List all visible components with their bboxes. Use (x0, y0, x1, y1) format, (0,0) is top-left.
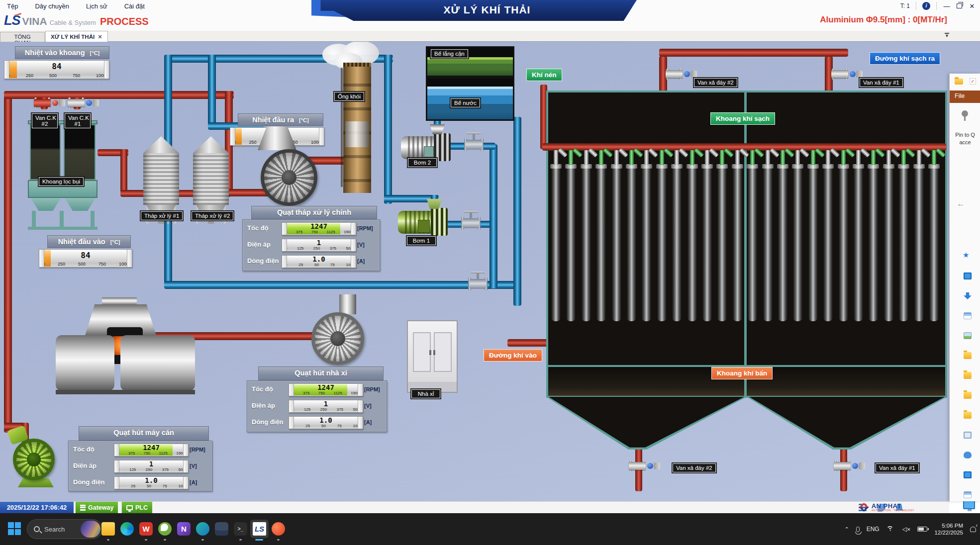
panel-header-nhiet-vao-khoang: Nhiệt vào khoang[°C] (15, 46, 109, 59)
tab-xu-ly-khi-thai[interactable]: XỬ LÝ KHÍ THẢI✕ (45, 31, 108, 42)
volume-muted-icon[interactable]: ◁✕ (902, 526, 911, 533)
down-icon[interactable] (964, 292, 972, 299)
menu-tep[interactable]: Tệp (7, 2, 18, 13)
gauge-tick: 375 (337, 407, 343, 412)
tab-bar: TỔNG QUAN XỬ LÝ KHÍ THẢI✕ (0, 31, 980, 42)
ls-scada-taskbar-icon[interactable]: LS (253, 522, 266, 536)
dust-chamber-bay-right (64, 124, 96, 180)
explorer-file-menu[interactable]: File (950, 91, 980, 103)
row-gauge: 10125250375500 (289, 400, 363, 413)
gauge-value: 1 (289, 400, 363, 408)
menu-lich-su[interactable]: Lịch sử (86, 2, 107, 13)
gauge-tick: 250 (249, 140, 256, 145)
restore-button[interactable] (957, 3, 962, 8)
recorder-taskbar-icon[interactable] (272, 522, 285, 536)
start-button[interactable] (8, 522, 21, 535)
filter-tube (657, 167, 667, 321)
slag-house-fan-hub (330, 331, 345, 346)
battery-icon[interactable] (917, 527, 927, 532)
menu-cai-dat[interactable]: Cài đặt (124, 2, 145, 13)
copilot-n-taskbar-icon[interactable]: N (177, 522, 191, 536)
row-label: Điện áp (73, 462, 97, 469)
blue-pipe-right-v2 (513, 117, 521, 306)
teams-taskbar-icon[interactable] (196, 522, 209, 536)
tab-close-icon[interactable]: ✕ (98, 34, 102, 40)
plc-status[interactable]: PLC (121, 502, 152, 514)
camera-taskbar-icon[interactable] (158, 522, 172, 536)
folder-icon[interactable] (964, 392, 972, 399)
running-indicator (201, 539, 204, 541)
word-taskbar-icon[interactable]: W (139, 522, 153, 536)
notification-bell-icon[interactable] (970, 527, 976, 532)
screen: Tệp Dây chuyền Lịch sử Cài đặt XỬ LÝ KHÍ… (0, 0, 980, 545)
filter-tube (839, 167, 848, 321)
folder-icon[interactable] (964, 372, 972, 379)
tray-chevron-icon[interactable]: ⌃ (844, 526, 849, 533)
fan-panel-row: Dòng điện1.00255075100[A] (243, 253, 380, 270)
tab-list-dropdown-icon[interactable]: ▼ (945, 33, 949, 38)
cloud-icon[interactable] (964, 452, 972, 458)
tab-tong-quan[interactable]: TỔNG QUAN (0, 32, 45, 42)
file-explorer-sliver[interactable]: ✓ File Pin to Qacce ← ★ (949, 74, 980, 501)
row-unit: [RPM] (190, 447, 209, 453)
row-label: Điện áp (247, 241, 271, 248)
dust-chamber-leg (32, 211, 36, 228)
gauge-tick: 25 (305, 424, 310, 428)
menu-day-chuyen[interactable]: Dây chuyền (35, 2, 69, 13)
label-thap-xu-ly-2: Tháp xử lý #2 (192, 211, 233, 220)
desktop-icon[interactable] (964, 471, 972, 478)
folder-icon[interactable] (964, 352, 972, 359)
blue-pipe-mid-vertical (208, 55, 216, 129)
filter-tube (566, 167, 576, 321)
pic-icon[interactable] (964, 332, 972, 339)
close-button[interactable]: ✕ (968, 2, 976, 10)
pc-icon[interactable] (964, 432, 972, 439)
row-unit: [A] (357, 258, 377, 264)
back-arrow-icon[interactable]: ← (957, 199, 965, 209)
gauge-tick: 375 (303, 391, 309, 395)
gauge-tick: 1125 (327, 230, 335, 234)
info-icon[interactable]: i (922, 2, 930, 10)
row-gauge: 1.00255075100 (282, 255, 356, 268)
red-pipe-chamber-down (120, 149, 127, 195)
gauge-tick: 500 (353, 407, 360, 412)
folder-icon[interactable] (964, 412, 972, 419)
file-explorer-taskbar-icon[interactable] (101, 522, 115, 536)
search-box[interactable]: Search (27, 519, 102, 539)
edge-taskbar-icon[interactable] (120, 522, 134, 536)
gauge-ticks: 02505007501000 (7, 73, 106, 78)
gauge-tick: 0 (292, 391, 294, 395)
gauge-tick: 250 (313, 246, 320, 251)
gauge-value: 1 (282, 239, 356, 247)
clock[interactable]: 5:06 PM12/22/2025 (934, 522, 963, 536)
panel-header-fan-0: Quạt tháp xử lý chính (251, 206, 377, 219)
production-rate-readout: Aluminium Φ9.5[mm] : 0[MT/Hr] (820, 15, 947, 25)
gauge-tick: 0 (117, 467, 119, 472)
fan-panel-row: Tốc độ1247037575011251500[RPM] (69, 442, 212, 458)
language-indicator[interactable]: ENG (867, 526, 880, 533)
gauge-tick: 375 (296, 230, 302, 234)
gauge-tick: 375 (162, 467, 169, 472)
gauge-ticks: 0255075100 (292, 424, 360, 428)
scada-canvas: Van C.K#2 Van C.K#1 Khoang lọc bụi Tháp … (0, 42, 980, 501)
search-highlight-thumbnail[interactable] (81, 521, 100, 538)
desktop-icon[interactable] (964, 272, 972, 279)
microphone-icon[interactable] (856, 527, 860, 532)
gauge-tick: 750 (311, 230, 318, 234)
wifi-icon[interactable] (886, 526, 895, 533)
gateway-status[interactable]: Gateway (75, 502, 118, 514)
label-bom-2: Bơm 2 (408, 158, 437, 167)
pin-to-quick-access-label[interactable]: Pin to Qacce (950, 131, 980, 146)
panel-header-fan-1: Quạt hút nhà xỉ (258, 366, 384, 380)
doc-icon[interactable] (964, 312, 972, 319)
row-unit: [RPM] (357, 225, 377, 231)
panel-quat-hut-nha-xi: Tốc độ1247037575011251500[RPM]Điện áp101… (247, 380, 387, 432)
row-label: Dòng điện (73, 478, 105, 486)
doc-icon[interactable] (964, 491, 972, 498)
filter-tube (884, 167, 893, 321)
panel-header-fan-2: Quạt hút máy cán (79, 426, 209, 441)
calculator-taskbar-icon[interactable] (215, 522, 228, 536)
baghouse-divider (744, 92, 747, 396)
minimize-button[interactable]: — (943, 2, 951, 10)
terminal-taskbar-icon[interactable]: >_ (234, 522, 247, 536)
